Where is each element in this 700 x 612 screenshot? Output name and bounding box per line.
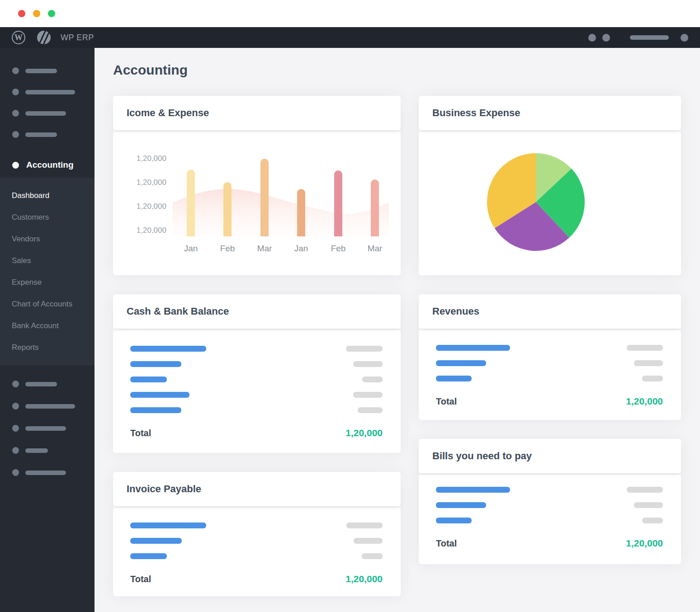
- list-item: [130, 533, 383, 548]
- card-header: Bills you need to pay: [419, 439, 681, 473]
- total-value: 1,20,000: [626, 538, 663, 549]
- sidebar-item-sales[interactable]: Sales: [0, 250, 95, 272]
- menu-label-placeholder: [25, 382, 57, 386]
- item-amount-placeholder: [642, 518, 663, 523]
- menu-dot-icon: [12, 403, 19, 410]
- card-title: Icome & Expense: [127, 107, 209, 119]
- expense-pie-chart: [486, 152, 586, 252]
- sidebar-placeholder-item[interactable]: [0, 417, 95, 439]
- bills-rows: [436, 475, 663, 528]
- total-row: Total 1,20,000: [436, 391, 663, 411]
- total-label: Total: [130, 574, 151, 584]
- wp-erp-brand-label: WP ERP: [61, 33, 94, 42]
- adminbar-dot-icon[interactable]: [602, 34, 610, 42]
- item-name-placeholder: [436, 345, 510, 351]
- sidebar-item-vendors[interactable]: Vendors: [0, 228, 95, 250]
- menu-dot-icon: [12, 89, 19, 95]
- list-item: [436, 482, 663, 497]
- adminbar-dot-icon[interactable]: [588, 34, 596, 42]
- cash-bank-rows: [130, 330, 383, 418]
- item-amount-placeholder: [362, 553, 383, 559]
- sidebar-placeholder-item[interactable]: [0, 439, 95, 461]
- x-axis-tick-label: Mar: [357, 244, 393, 254]
- card-header: Business Expense: [419, 96, 681, 130]
- item-name-placeholder: [436, 502, 486, 508]
- bar-mar-2: [371, 179, 379, 236]
- revenues-card: Revenues Total 1,20,000: [419, 294, 681, 420]
- bar-feb-1: [223, 182, 232, 236]
- item-amount-placeholder: [346, 346, 383, 352]
- app-window: W WP ERP Accounting DashboardCustomersVe…: [0, 0, 700, 612]
- item-amount-placeholder: [353, 361, 383, 367]
- item-amount-placeholder: [642, 376, 663, 381]
- total-row: Total 1,20,000: [130, 423, 383, 443]
- bills-card: Bills you need to pay Total 1,20,000: [419, 439, 681, 564]
- sidebar-item-dashboard[interactable]: Dashboard: [0, 185, 95, 207]
- wp-erp-logo-icon[interactable]: [37, 31, 51, 44]
- sidebar-placeholder-item[interactable]: [0, 103, 95, 124]
- card-title: Revenues: [432, 306, 479, 317]
- sidebar-placeholder-item[interactable]: [0, 395, 95, 417]
- sidebar-item-accounting[interactable]: Accounting: [0, 152, 95, 178]
- page-title: Accounting: [113, 61, 681, 79]
- menu-label-placeholder: [25, 471, 66, 475]
- total-value: 1,20,000: [345, 574, 383, 584]
- list-item: [130, 356, 383, 372]
- y-axis-tick-label: 1,20,000: [113, 178, 166, 187]
- menu-label-placeholder: [25, 132, 57, 137]
- list-item: [436, 340, 663, 355]
- item-name-placeholder: [130, 538, 182, 544]
- sidebar-placeholder-item[interactable]: [0, 373, 95, 395]
- item-amount-placeholder: [627, 487, 663, 493]
- x-axis-tick-label: Jan: [283, 244, 319, 254]
- card-title: Business Expense: [432, 107, 520, 119]
- item-amount-placeholder: [346, 523, 383, 528]
- sidebar-placeholder-item[interactable]: [0, 124, 95, 145]
- main-content: Accounting Icome & Expense: [95, 48, 700, 612]
- total-value: 1,20,000: [345, 428, 383, 438]
- list-item: [130, 518, 383, 533]
- bar-jan-1: [187, 169, 195, 236]
- x-axis-tick-label: Jan: [173, 244, 209, 254]
- close-window-button[interactable]: [18, 10, 25, 17]
- income-expense-chart: 1,20,0001,20,0001,20,0001,20,000JanFebMa…: [113, 132, 401, 275]
- list-item: [130, 402, 383, 418]
- menu-dot-icon: [12, 67, 19, 74]
- sidebar-item-bank-account[interactable]: Bank Account: [0, 315, 95, 337]
- adminbar-user-placeholder: [630, 35, 669, 40]
- minimize-window-button[interactable]: [33, 10, 40, 17]
- list-item: [436, 355, 663, 371]
- total-value: 1,20,000: [626, 396, 663, 407]
- item-amount-placeholder: [353, 392, 383, 398]
- menu-label-placeholder: [25, 90, 75, 94]
- avatar[interactable]: [681, 34, 688, 42]
- sidebar-bottom-menu: [0, 365, 95, 484]
- bar-jan-2: [297, 189, 305, 236]
- invoice-payable-card: Invoice Payable Total 1,20,000: [113, 472, 401, 596]
- card-title: Invoice Payable: [127, 483, 201, 495]
- list-item: [436, 497, 663, 513]
- item-name-placeholder: [436, 518, 472, 523]
- sidebar-placeholder-item[interactable]: [0, 461, 95, 484]
- zoom-window-button[interactable]: [48, 10, 55, 17]
- item-amount-placeholder: [358, 407, 383, 413]
- sidebar-placeholder-item[interactable]: [0, 81, 95, 103]
- item-name-placeholder: [436, 487, 510, 493]
- sidebar-item-reports[interactable]: Reports: [0, 337, 95, 358]
- list-item: [130, 387, 383, 402]
- sidebar-placeholder-item[interactable]: [0, 60, 95, 81]
- sidebar-item-chart-of-accounts[interactable]: Chart of Accounts: [0, 293, 95, 315]
- wordpress-logo-icon[interactable]: W: [12, 31, 25, 44]
- menu-dot-icon: [12, 162, 19, 169]
- menu-label-placeholder: [25, 111, 66, 116]
- item-name-placeholder: [130, 346, 206, 352]
- total-label: Total: [130, 428, 151, 438]
- item-amount-placeholder: [354, 538, 383, 544]
- item-name-placeholder: [130, 361, 181, 367]
- wp-admin-bar: W WP ERP: [0, 27, 700, 48]
- card-header: Invoice Payable: [113, 472, 401, 506]
- sidebar-item-expense[interactable]: Expense: [0, 272, 95, 293]
- y-axis-tick-label: 1,20,000: [113, 154, 166, 163]
- sidebar-item-customers[interactable]: Customers: [0, 207, 95, 228]
- business-expense-chart: [419, 132, 681, 275]
